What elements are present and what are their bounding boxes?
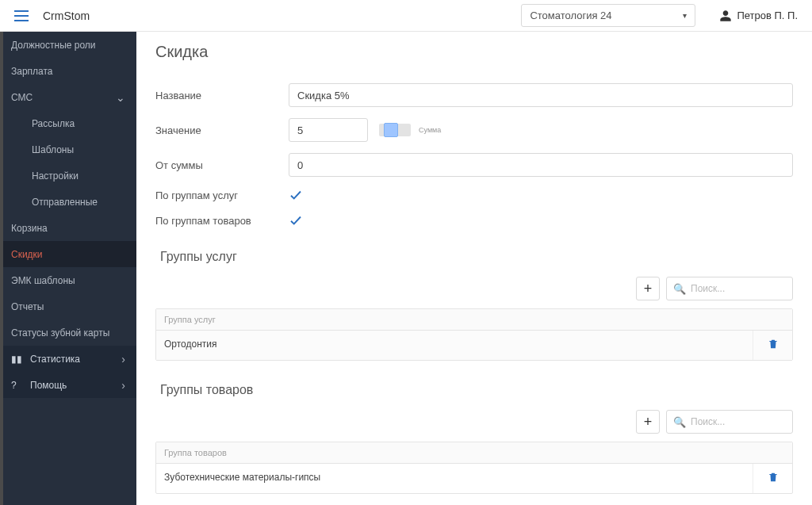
sidebar-item-trash[interactable]: Корзина (0, 215, 136, 241)
caret-down-icon: ▾ (683, 11, 687, 20)
sidebar-item-label: СМС (11, 92, 33, 103)
service-groups-grid: Группа услуг Ортодонтия (155, 308, 793, 361)
goods-col-header: Группа товаров (156, 442, 753, 463)
chevron-right-icon: › (121, 379, 125, 392)
toggle-label: Сумма (419, 126, 441, 134)
goods-search-input[interactable] (691, 416, 786, 427)
help-icon: ? (11, 380, 22, 391)
app-brand: CrmStom (43, 10, 90, 22)
organization-select[interactable]: Стоматология 24 ▾ (521, 4, 695, 27)
sidebar-item-label: Отчеты (11, 301, 44, 312)
sidebar-item-sms-sent[interactable]: Отправленные (0, 189, 136, 215)
sidebar-cat-help[interactable]: ? Помощь › (0, 372, 136, 398)
goods-name-cell: Зуботехнические материалы-гипсы (156, 464, 753, 493)
goods-col-actions (753, 442, 792, 463)
chart-icon: ▮▮ (11, 354, 22, 365)
service-search[interactable]: 🔍 (666, 277, 793, 300)
sidebar-item-label: Помощь (30, 380, 67, 391)
service-name-cell: Ортодонтия (156, 331, 753, 360)
sidebar-item-label: Скидки (11, 249, 43, 260)
app-header: CrmStom Стоматология 24 ▾ Петров П. П. (0, 0, 812, 32)
service-col-header: Группа услуг (156, 309, 753, 330)
check-icon (289, 188, 303, 202)
sidebar-item-label: Шаблоны (32, 144, 74, 155)
sidebar-cat-stats[interactable]: ▮▮ Статистика › (0, 346, 136, 372)
search-icon: 🔍 (673, 283, 686, 295)
page-title: Скидка (155, 43, 793, 61)
user-icon (719, 10, 732, 22)
table-row[interactable]: Зуботехнические материалы-гипсы (156, 464, 792, 493)
sidebar-scroll-track[interactable] (0, 32, 3, 505)
sidebar-item-label: ЭМК шаблоны (11, 275, 75, 286)
sidebar-item-label: Рассылка (32, 118, 75, 129)
delete-row-button[interactable] (768, 472, 779, 485)
plus-icon: + (644, 414, 653, 430)
label-from-sum: От суммы (155, 159, 289, 171)
sidebar: Должностные роли Зарплата СМС ⌄ Рассылка… (0, 32, 136, 505)
chevron-down-icon: ⌄ (116, 91, 125, 104)
sidebar-item-label: Должностные роли (11, 40, 96, 51)
label-by-service-groups: По группам услуг (155, 189, 289, 201)
service-search-input[interactable] (691, 283, 786, 294)
sidebar-item-salary[interactable]: Зарплата (0, 58, 136, 84)
label-by-goods-groups: По группам товаров (155, 215, 289, 227)
organization-name: Стоматология 24 (530, 10, 611, 21)
add-goods-group-button[interactable]: + (636, 410, 660, 434)
trash-icon (768, 339, 779, 350)
by-service-groups-checkbox[interactable] (289, 188, 303, 202)
sidebar-item-roles[interactable]: Должностные роли (0, 32, 136, 58)
name-input[interactable] (289, 83, 793, 107)
add-service-group-button[interactable]: + (636, 277, 660, 300)
sidebar-item-sms[interactable]: СМС ⌄ (0, 84, 136, 110)
user-name: Петров П. П. (737, 10, 798, 21)
value-type-toggle[interactable] (379, 124, 411, 136)
sidebar-item-label: Настройки (32, 170, 79, 182)
sidebar-item-label: Статистика (30, 354, 80, 365)
sidebar-item-label: Статусы зубной карты (11, 327, 109, 339)
value-input[interactable] (289, 118, 368, 142)
sidebar-item-label: Отправленные (32, 197, 98, 208)
current-user[interactable]: Петров П. П. (719, 10, 798, 22)
sidebar-item-sms-send[interactable]: Рассылка (0, 110, 136, 136)
sidebar-item-label: Корзина (11, 223, 48, 234)
from-sum-input[interactable] (289, 153, 793, 177)
sidebar-item-label: Зарплата (11, 66, 53, 77)
main-content: Скидка Название Значение Сумма От суммы … (136, 32, 812, 505)
search-icon: 🔍 (673, 416, 686, 428)
section-title-services: Группы услуг (160, 250, 793, 264)
trash-icon (768, 472, 779, 483)
goods-search[interactable]: 🔍 (666, 410, 793, 434)
delete-row-button[interactable] (768, 339, 779, 352)
goods-groups-grid: Группа товаров Зуботехнические материалы… (155, 442, 793, 494)
menu-toggle-icon[interactable] (14, 10, 29, 21)
sidebar-item-sms-templates[interactable]: Шаблоны (0, 136, 136, 163)
check-icon (289, 213, 303, 228)
label-value: Значение (155, 124, 289, 136)
sidebar-item-discounts[interactable]: Скидки (0, 241, 136, 267)
section-title-goods: Группы товаров (160, 383, 793, 397)
chevron-right-icon: › (121, 353, 125, 365)
label-name: Название (155, 90, 289, 101)
service-col-actions (753, 309, 792, 330)
sidebar-item-emk-templates[interactable]: ЭМК шаблоны (0, 267, 136, 293)
sidebar-item-sms-settings[interactable]: Настройки (0, 163, 136, 189)
sidebar-item-tooth-statuses[interactable]: Статусы зубной карты (0, 319, 136, 346)
sidebar-item-reports[interactable]: Отчеты (0, 293, 136, 319)
table-row[interactable]: Ортодонтия (156, 331, 792, 360)
by-goods-groups-checkbox[interactable] (289, 213, 303, 228)
plus-icon: + (644, 281, 653, 297)
